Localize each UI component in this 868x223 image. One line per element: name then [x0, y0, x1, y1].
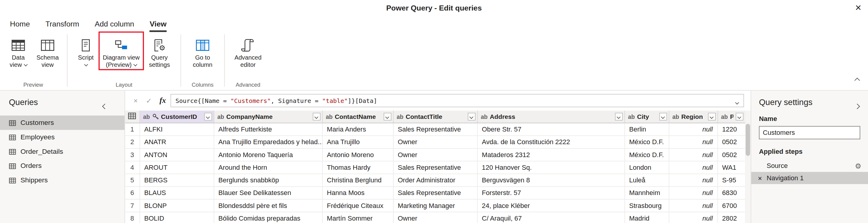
grid-cell[interactable]: Luleå [624, 174, 669, 187]
filter-dropdown-button[interactable] [383, 113, 391, 121]
expand-settings-panel-button[interactable] [855, 101, 859, 110]
tab-add-column[interactable]: Add column [95, 20, 134, 32]
grid-cell[interactable]: Forsterstr. 57 [477, 187, 624, 199]
grid-cell[interactable]: México D.F. [624, 136, 669, 148]
schema-view-button[interactable]: Schema view [33, 33, 62, 69]
applied-step-source[interactable]: Source⚙ [751, 160, 868, 172]
grid-cell[interactable]: C/ Araquil, 67 [477, 212, 624, 223]
query-name-input[interactable] [759, 126, 860, 139]
column-header-ContactName[interactable]: abContactName [322, 110, 393, 123]
row-number[interactable]: 4 [125, 161, 140, 174]
filter-dropdown-button[interactable] [313, 113, 320, 121]
grid-cell[interactable]: Maria Anders [322, 123, 393, 136]
grid-cell[interactable]: Christina Berglund [322, 174, 393, 187]
filter-dropdown-button[interactable] [615, 113, 623, 121]
grid-cell[interactable]: BOLID [140, 212, 214, 223]
go-to-column-button[interactable]: Go to column [186, 33, 219, 69]
column-header-Address[interactable]: abAddress [477, 110, 624, 123]
collapse-queries-panel-button[interactable] [103, 101, 107, 110]
grid-cell[interactable]: ALFKI [140, 123, 214, 136]
grid-cell[interactable]: Madrid [624, 212, 669, 223]
grid-cell[interactable]: null [669, 174, 718, 187]
grid-cell[interactable]: Hanna Moos [322, 187, 393, 199]
query-item-customers[interactable]: Customers [0, 116, 124, 130]
row-number[interactable]: 3 [125, 148, 140, 161]
query-item-orders[interactable]: Orders [0, 159, 124, 173]
grid-cell[interactable]: 6700 [717, 199, 745, 212]
grid-cell[interactable]: London [624, 161, 669, 174]
grid-vertical-scrollbar[interactable] [745, 110, 750, 223]
grid-cell[interactable]: 24, place Kléber [477, 199, 624, 212]
column-header-Postal[interactable]: abPostal [717, 110, 745, 123]
script-button[interactable]: Script [73, 33, 99, 66]
grid-cell[interactable]: BERGS [140, 174, 214, 187]
grid-cell[interactable]: Ana Trujillo [322, 136, 393, 148]
grid-cell[interactable]: 6830 [717, 187, 745, 199]
grid-cell[interactable]: AROUT [140, 161, 214, 174]
diagram-view-button[interactable]: Diagram view (Preview) [100, 33, 142, 69]
grid-cell[interactable]: Owner [393, 212, 477, 223]
grid-cell[interactable]: Berglunds snabbköp [214, 174, 322, 187]
grid-cell[interactable]: Mataderos 2312 [477, 148, 624, 161]
grid-cell[interactable]: BLAUS [140, 187, 214, 199]
grid-cell[interactable]: WA1 [717, 161, 745, 174]
grid-cell[interactable]: null [669, 199, 718, 212]
expand-formula-bar-button[interactable] [736, 99, 738, 106]
grid-cell[interactable]: 1220 [717, 123, 745, 136]
grid-cell[interactable]: Mannheim [624, 187, 669, 199]
row-number[interactable]: 2 [125, 136, 140, 148]
grid-cell[interactable]: Frédérique Citeaux [322, 199, 393, 212]
grid-cell[interactable]: Blondesddsl père et fils [214, 199, 322, 212]
delete-step-icon[interactable]: × [758, 174, 767, 182]
grid-cell[interactable]: Sales Representative [393, 187, 477, 199]
filter-dropdown-button[interactable] [735, 113, 743, 121]
formula-cancel-button[interactable]: × [130, 97, 142, 105]
query-item-order_details[interactable]: Order_Details [0, 144, 124, 159]
grid-cell[interactable]: BLONP [140, 199, 214, 212]
grid-cell[interactable]: Alfreds Futterkiste [214, 123, 322, 136]
grid-cell[interactable]: 120 Hanover Sq. [477, 161, 624, 174]
grid-cell[interactable]: Obere Str. 57 [477, 123, 624, 136]
filter-dropdown-button[interactable] [467, 113, 475, 121]
grid-cell[interactable]: 2802 [717, 212, 745, 223]
row-number[interactable]: 7 [125, 199, 140, 212]
grid-cell[interactable]: Order Administrator [393, 174, 477, 187]
advanced-editor-button[interactable]: Advanced editor [230, 33, 266, 69]
filter-dropdown-button[interactable] [204, 113, 212, 121]
scrollbar-thumb[interactable] [746, 124, 750, 156]
column-header-CustomerID[interactable]: abCustomerID [140, 110, 214, 123]
grid-cell[interactable]: Ana Trujillo Emparedados y helad... [214, 136, 322, 148]
data-view-button[interactable]: Data view [4, 33, 32, 69]
grid-cell[interactable]: 0502 [717, 148, 745, 161]
tab-transform[interactable]: Transform [45, 20, 79, 32]
grid-cell[interactable]: null [669, 148, 718, 161]
column-header-ContactTitle[interactable]: abContactTitle [393, 110, 477, 123]
grid-cell[interactable]: null [669, 161, 718, 174]
grid-cell[interactable]: Sales Representative [393, 123, 477, 136]
filter-dropdown-button[interactable] [659, 113, 667, 121]
grid-cell[interactable]: Bólido Comidas preparadas [214, 212, 322, 223]
applied-step-navigation-1[interactable]: ×Navigation 1 [751, 172, 868, 184]
formula-input[interactable]: Source{[Name = "Customers", Signature = … [170, 94, 744, 107]
grid-cell[interactable]: Martín Sommer [322, 212, 393, 223]
grid-cell[interactable]: Sales Representative [393, 161, 477, 174]
query-settings-button[interactable]: Query settings [144, 33, 176, 69]
grid-cell[interactable]: Marketing Manager [393, 199, 477, 212]
grid-cell[interactable]: Antonio Moreno [322, 148, 393, 161]
close-icon[interactable]: × [855, 1, 861, 15]
grid-cell[interactable]: Blauer See Delikatessen [214, 187, 322, 199]
grid-cell[interactable]: Owner [393, 148, 477, 161]
collapse-ribbon-button[interactable] [855, 75, 859, 84]
row-number[interactable]: 8 [125, 212, 140, 223]
column-header-CompanyName[interactable]: abCompanyName [214, 110, 322, 123]
formula-commit-button[interactable]: ✓ [143, 97, 155, 105]
grid-cell[interactable]: ANTON [140, 148, 214, 161]
row-number[interactable]: 5 [125, 174, 140, 187]
grid-cell[interactable]: ANATR [140, 136, 214, 148]
tab-home[interactable]: Home [10, 20, 30, 32]
grid-cell[interactable]: Owner [393, 136, 477, 148]
query-item-shippers[interactable]: Shippers [0, 173, 124, 187]
grid-cell[interactable]: Around the Horn [214, 161, 322, 174]
grid-cell[interactable]: 0502 [717, 136, 745, 148]
grid-cell[interactable]: Berlin [624, 123, 669, 136]
